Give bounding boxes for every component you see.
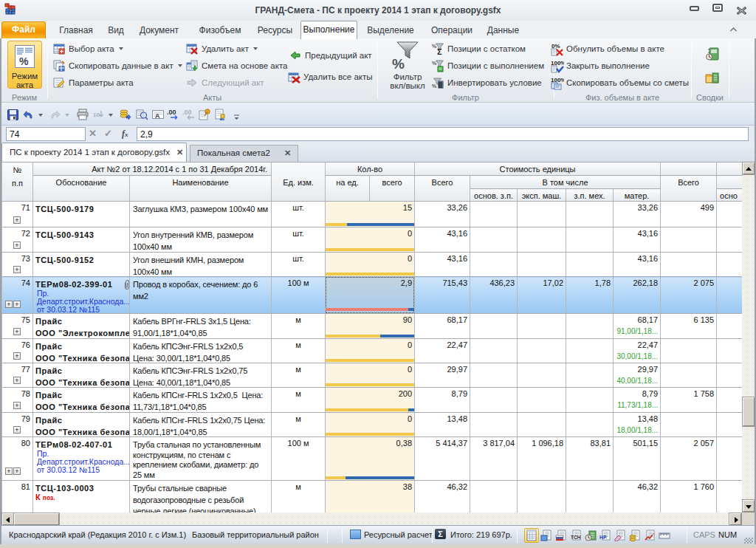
svg-text:%: % [392,56,405,71]
svg-text:.00: .00 [167,109,176,116]
svg-text:Σ: Σ [437,47,442,55]
svg-text:А: А [155,112,160,120]
svg-text:%: % [19,55,29,67]
svg-text:НР: НР [599,535,607,540]
svg-text:10: 10 [93,112,100,118]
svg-text:ТСН: ТСН [571,535,581,540]
svg-text:.00: .00 [182,109,192,116]
